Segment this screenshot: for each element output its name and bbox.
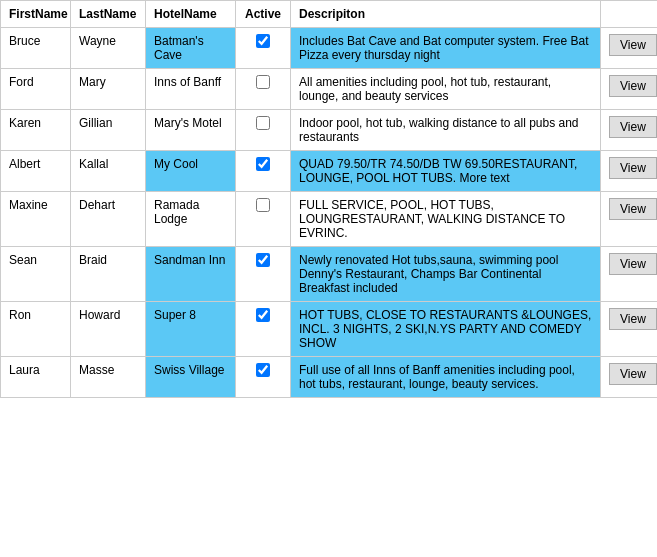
header-action	[601, 1, 658, 28]
active-checkbox[interactable]	[256, 157, 270, 171]
cell-active[interactable]	[236, 247, 291, 302]
active-checkbox[interactable]	[256, 75, 270, 89]
cell-lastname: Masse	[71, 357, 146, 398]
table-header-row: FirstName LastName HotelName Active Desc…	[1, 1, 658, 28]
cell-description: Full use of all Inns of Banff amenities …	[291, 357, 601, 398]
view-button[interactable]: View	[609, 308, 657, 330]
active-checkbox[interactable]	[256, 116, 270, 130]
header-lastname: LastName	[71, 1, 146, 28]
cell-active[interactable]	[236, 69, 291, 110]
cell-lastname: Gillian	[71, 110, 146, 151]
table-row: SeanBraidSandman InnNewly renovated Hot …	[1, 247, 658, 302]
cell-active[interactable]	[236, 28, 291, 69]
cell-firstname: Laura	[1, 357, 71, 398]
cell-firstname: Ford	[1, 69, 71, 110]
cell-active[interactable]	[236, 151, 291, 192]
active-checkbox[interactable]	[256, 253, 270, 267]
header-description: Descripiton	[291, 1, 601, 28]
cell-active[interactable]	[236, 110, 291, 151]
cell-firstname: Karen	[1, 110, 71, 151]
cell-description: Includes Bat Cave and Bat computer syste…	[291, 28, 601, 69]
cell-action[interactable]: View	[601, 151, 658, 192]
cell-firstname: Albert	[1, 151, 71, 192]
table-row: FordMaryInns of BanffAll amenities inclu…	[1, 69, 658, 110]
cell-description: QUAD 79.50/TR 74.50/DB TW 69.50RESTAURAN…	[291, 151, 601, 192]
table-row: AlbertKallalMy CoolQUAD 79.50/TR 74.50/D…	[1, 151, 658, 192]
view-button[interactable]: View	[609, 75, 657, 97]
cell-description: Indoor pool, hot tub, walking distance t…	[291, 110, 601, 151]
cell-description: Newly renovated Hot tubs,sauna, swimming…	[291, 247, 601, 302]
cell-hotelname: Swiss Village	[146, 357, 236, 398]
cell-hotelname: My Cool	[146, 151, 236, 192]
cell-lastname: Dehart	[71, 192, 146, 247]
cell-description: FULL SERVICE, POOL, HOT TUBS, LOUNGRESTA…	[291, 192, 601, 247]
cell-firstname: Sean	[1, 247, 71, 302]
active-checkbox[interactable]	[256, 198, 270, 212]
cell-hotelname: Inns of Banff	[146, 69, 236, 110]
cell-action[interactable]: View	[601, 302, 658, 357]
cell-lastname: Braid	[71, 247, 146, 302]
cell-action[interactable]: View	[601, 357, 658, 398]
header-firstname: FirstName	[1, 1, 71, 28]
cell-description: HOT TUBS, CLOSE TO RESTAURANTS &LOUNGES,…	[291, 302, 601, 357]
active-checkbox[interactable]	[256, 308, 270, 322]
cell-hotelname: Ramada Lodge	[146, 192, 236, 247]
view-button[interactable]: View	[609, 198, 657, 220]
cell-active[interactable]	[236, 302, 291, 357]
cell-lastname: Howard	[71, 302, 146, 357]
cell-firstname: Maxine	[1, 192, 71, 247]
cell-hotelname: Mary's Motel	[146, 110, 236, 151]
view-button[interactable]: View	[609, 363, 657, 385]
table-row: MaxineDehartRamada LodgeFULL SERVICE, PO…	[1, 192, 658, 247]
table-row: LauraMasseSwiss VillageFull use of all I…	[1, 357, 658, 398]
cell-lastname: Wayne	[71, 28, 146, 69]
table-row: BruceWayneBatman's CaveIncludes Bat Cave…	[1, 28, 658, 69]
cell-action[interactable]: View	[601, 69, 658, 110]
cell-active[interactable]	[236, 192, 291, 247]
cell-lastname: Mary	[71, 69, 146, 110]
cell-lastname: Kallal	[71, 151, 146, 192]
active-checkbox[interactable]	[256, 34, 270, 48]
cell-firstname: Bruce	[1, 28, 71, 69]
cell-firstname: Ron	[1, 302, 71, 357]
table-row: RonHowardSuper 8HOT TUBS, CLOSE TO RESTA…	[1, 302, 658, 357]
active-checkbox[interactable]	[256, 363, 270, 377]
view-button[interactable]: View	[609, 157, 657, 179]
cell-active[interactable]	[236, 357, 291, 398]
header-hotelname: HotelName	[146, 1, 236, 28]
view-button[interactable]: View	[609, 253, 657, 275]
cell-action[interactable]: View	[601, 110, 658, 151]
hotels-table: FirstName LastName HotelName Active Desc…	[0, 0, 657, 398]
view-button[interactable]: View	[609, 116, 657, 138]
view-button[interactable]: View	[609, 34, 657, 56]
cell-action[interactable]: View	[601, 247, 658, 302]
cell-hotelname: Sandman Inn	[146, 247, 236, 302]
cell-action[interactable]: View	[601, 192, 658, 247]
cell-hotelname: Batman's Cave	[146, 28, 236, 69]
cell-description: All amenities including pool, hot tub, r…	[291, 69, 601, 110]
cell-hotelname: Super 8	[146, 302, 236, 357]
header-active: Active	[236, 1, 291, 28]
cell-action[interactable]: View	[601, 28, 658, 69]
table-row: KarenGillianMary's MotelIndoor pool, hot…	[1, 110, 658, 151]
